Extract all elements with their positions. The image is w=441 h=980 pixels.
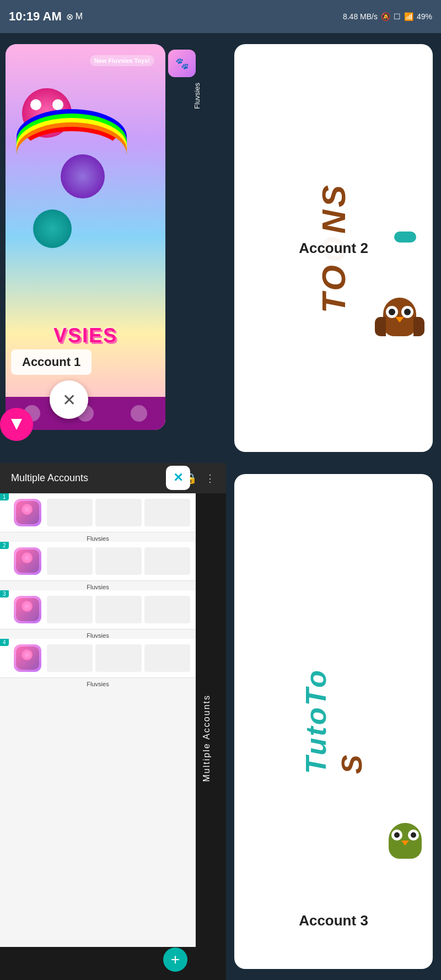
- battery-placeholder-icon: ☐: [394, 12, 401, 21]
- account4-col2: [95, 644, 141, 672]
- tuto-texts: TutoTo S: [299, 669, 368, 774]
- status-time: 10:19 AM: [9, 9, 62, 24]
- owl-wing-left: [375, 317, 386, 336]
- app-icon-inner-4: [16, 647, 39, 670]
- ma-side-label: Multiple Accounts: [193, 496, 220, 980]
- account-row[interactable]: 3: [0, 590, 196, 629]
- account4-cols: [47, 644, 190, 672]
- close-status-icon: ⊗: [66, 12, 73, 22]
- app-icon-inner-3: [16, 598, 39, 621]
- account-row[interactable]: 4: [0, 639, 196, 678]
- account2-col1: [47, 547, 93, 575]
- account-num-1: 1: [0, 493, 9, 500]
- app-grid: New Fluvsies Toys! VSIES 🐾 Fluvsies Acco…: [0, 33, 441, 980]
- account2-col3: [144, 547, 190, 575]
- tuto-toons-s: S: [335, 669, 368, 774]
- account1-app-icon: [14, 499, 41, 526]
- owl-eye-left: [386, 306, 398, 318]
- mute-icon: 🔕: [381, 12, 390, 21]
- account3-app-icon: [14, 596, 41, 623]
- account2-col2: [95, 547, 141, 575]
- account3-col1: [47, 596, 93, 623]
- account2-label: Account 2: [286, 233, 381, 263]
- fluvsies-side-label: Fluvsies: [193, 83, 201, 109]
- vsies-logo: VSIES: [53, 324, 117, 347]
- account3-name: Fluvsies: [0, 632, 196, 639]
- add-account-button[interactable]: +: [163, 947, 187, 972]
- account1-col2: [95, 499, 141, 526]
- account4-name: Fluvsies: [0, 681, 196, 687]
- account3-col3: [144, 596, 190, 623]
- status-left: 10:19 AM ⊗ M: [9, 9, 83, 24]
- pink-play-icon[interactable]: [0, 408, 33, 441]
- owl-wing-right: [413, 317, 424, 336]
- account1-label: Account 1: [11, 349, 92, 375]
- bottom-icon-3: [131, 405, 147, 422]
- account-row[interactable]: 1: [0, 493, 196, 532]
- tuto-content: TutoTo S: [234, 474, 433, 969]
- owl-character: [378, 298, 422, 342]
- account-num-4: 4: [0, 639, 9, 646]
- owl-body: [383, 298, 416, 336]
- play-triangle: [11, 419, 22, 430]
- fluvsies-new-toys-text: New Fluvsies Toys!: [90, 55, 154, 66]
- owl2-eye-right: [408, 830, 419, 841]
- account-num-3: 3: [0, 590, 9, 597]
- multiple-accounts-container: Multiple Accounts 🔒 ⋮ ✕ 1: [0, 463, 226, 980]
- account3-col2: [95, 596, 141, 623]
- char3: [33, 209, 72, 248]
- ma-title-text: Multiple Accounts: [11, 472, 88, 484]
- network-speed: 8.48 MB/s: [343, 12, 378, 21]
- account2-name: Fluvsies: [0, 584, 196, 590]
- account-num-2: 2: [0, 542, 9, 549]
- account4-col1: [47, 644, 93, 672]
- account2-cols: [47, 547, 190, 575]
- gmail-icon: M: [76, 12, 83, 21]
- account1-container[interactable]: New Fluvsies Toys! VSIES 🐾 Fluvsies Acco…: [0, 33, 226, 463]
- tuto-text: TutoTo: [299, 669, 332, 774]
- wifi-icon: 📶: [404, 12, 413, 21]
- ma-app-icon[interactable]: ✕: [166, 466, 190, 490]
- account3-cols: [47, 596, 190, 623]
- account3-label: Account 3: [286, 906, 381, 936]
- x-brand-icon: ✕: [173, 471, 183, 485]
- status-bar: 10:19 AM ⊗ M 8.48 MB/s 🔕 ☐ 📶 49%: [0, 0, 441, 33]
- account2-app-icon: [14, 547, 41, 575]
- account1-cols: [47, 499, 190, 526]
- account3-screen: TutoTo S: [234, 474, 433, 969]
- owl-beak: [395, 317, 404, 322]
- account3-container[interactable]: TutoTo S Account 3: [226, 463, 441, 980]
- menu-dots-icon: ⋮: [205, 472, 215, 484]
- ma-side-text: Multiple Accounts: [202, 694, 212, 782]
- owl-eye-right: [401, 306, 413, 318]
- rainbow-arc: [17, 127, 127, 182]
- account1-col1: [47, 499, 93, 526]
- account4-app-icon: [14, 644, 41, 672]
- app-icon-inner-2: [16, 550, 39, 573]
- account4-col3: [144, 644, 190, 672]
- owl2-body: [389, 823, 422, 859]
- app-icon-inner-1: [16, 501, 39, 524]
- owl2-character: [389, 823, 422, 859]
- status-right: 8.48 MB/s 🔕 ☐ 📶 49%: [343, 12, 432, 21]
- account1-name: Fluvsies: [0, 535, 196, 542]
- fluvsies-side-icon: 🐾: [168, 50, 196, 77]
- close-button[interactable]: ✕: [50, 380, 88, 419]
- status-icons: ⊗ M: [66, 12, 83, 22]
- account-list: 1 Fluvsies 2: [0, 493, 196, 947]
- account1-col3: [144, 499, 190, 526]
- owl2-eye-left: [391, 830, 402, 841]
- ma-header: Multiple Accounts 🔒 ⋮: [0, 463, 226, 493]
- account-row[interactable]: 2: [0, 542, 196, 581]
- owl2-beak: [401, 841, 409, 846]
- battery-level: 49%: [417, 12, 432, 21]
- teal-accent: [394, 231, 416, 243]
- account2-container[interactable]: TOONS Account 2: [226, 33, 441, 463]
